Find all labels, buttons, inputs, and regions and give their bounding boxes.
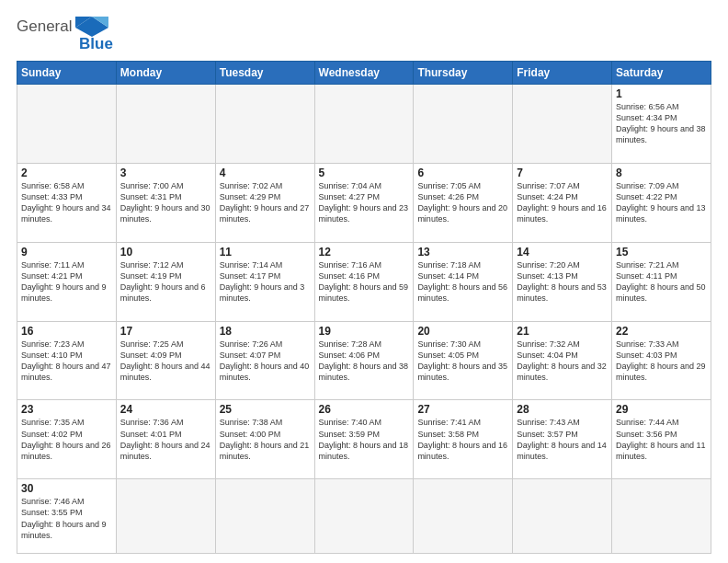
day-number: 7: [517, 167, 608, 179]
col-header-friday: Friday: [513, 62, 612, 85]
calendar-header-row: SundayMondayTuesdayWednesdayThursdayFrid…: [17, 62, 711, 85]
day-info: Sunrise: 7:09 AM Sunset: 4:22 PM Dayligh…: [616, 180, 707, 225]
calendar-cell: 3Sunrise: 7:00 AM Sunset: 4:31 PM Daylig…: [116, 163, 215, 242]
calendar-cell: 24Sunrise: 7:36 AM Sunset: 4:01 PM Dayli…: [116, 400, 215, 479]
logo-general-text: General: [17, 17, 72, 36]
calendar-cell: 14Sunrise: 7:20 AM Sunset: 4:13 PM Dayli…: [513, 242, 612, 321]
calendar-cell: [215, 85, 314, 164]
calendar-cell: 16Sunrise: 7:23 AM Sunset: 4:10 PM Dayli…: [17, 321, 117, 400]
day-info: Sunrise: 7:12 AM Sunset: 4:19 PM Dayligh…: [120, 259, 211, 304]
day-info: Sunrise: 7:05 AM Sunset: 4:26 PM Dayligh…: [417, 180, 508, 225]
calendar-cell: [116, 479, 215, 554]
day-info: Sunrise: 7:30 AM Sunset: 4:05 PM Dayligh…: [417, 339, 508, 384]
day-number: 16: [21, 325, 112, 338]
calendar-cell: 8Sunrise: 7:09 AM Sunset: 4:22 PM Daylig…: [612, 163, 711, 242]
calendar-cell: [513, 479, 612, 554]
calendar-cell: 7Sunrise: 7:07 AM Sunset: 4:24 PM Daylig…: [513, 163, 612, 242]
day-number: 17: [120, 325, 211, 338]
day-info: Sunrise: 7:44 AM Sunset: 3:56 PM Dayligh…: [616, 417, 707, 462]
col-header-thursday: Thursday: [414, 62, 513, 85]
day-info: Sunrise: 7:36 AM Sunset: 4:01 PM Dayligh…: [120, 417, 211, 462]
day-info: Sunrise: 7:25 AM Sunset: 4:09 PM Dayligh…: [120, 339, 211, 384]
calendar-cell: 30Sunrise: 7:46 AM Sunset: 3:55 PM Dayli…: [17, 479, 117, 554]
col-header-saturday: Saturday: [612, 62, 711, 85]
day-info: Sunrise: 7:26 AM Sunset: 4:07 PM Dayligh…: [220, 339, 311, 384]
calendar-cell: 15Sunrise: 7:21 AM Sunset: 4:11 PM Dayli…: [612, 242, 711, 321]
calendar-cell: 29Sunrise: 7:44 AM Sunset: 3:56 PM Dayli…: [612, 400, 711, 479]
col-header-sunday: Sunday: [17, 62, 117, 85]
calendar-cell: 4Sunrise: 7:02 AM Sunset: 4:29 PM Daylig…: [215, 163, 314, 242]
calendar-cell: [612, 479, 711, 554]
day-number: 21: [517, 325, 608, 338]
day-number: 20: [417, 325, 508, 338]
day-info: Sunrise: 7:00 AM Sunset: 4:31 PM Dayligh…: [120, 180, 211, 225]
col-header-tuesday: Tuesday: [215, 62, 314, 85]
calendar-cell: 25Sunrise: 7:38 AM Sunset: 4:00 PM Dayli…: [215, 400, 314, 479]
calendar-cell: 10Sunrise: 7:12 AM Sunset: 4:19 PM Dayli…: [116, 242, 215, 321]
col-header-monday: Monday: [116, 62, 215, 85]
day-number: 13: [417, 246, 508, 259]
day-number: 3: [120, 167, 211, 179]
day-info: Sunrise: 7:16 AM Sunset: 4:16 PM Dayligh…: [319, 259, 410, 304]
day-info: Sunrise: 7:02 AM Sunset: 4:29 PM Dayligh…: [220, 180, 311, 225]
calendar-cell: [215, 479, 314, 554]
calendar-cell: [414, 479, 513, 554]
calendar-cell: [513, 85, 612, 164]
day-info: Sunrise: 7:40 AM Sunset: 3:59 PM Dayligh…: [319, 417, 410, 462]
day-number: 2: [21, 167, 112, 179]
day-info: Sunrise: 7:35 AM Sunset: 4:02 PM Dayligh…: [21, 417, 112, 462]
calendar-cell: 20Sunrise: 7:30 AM Sunset: 4:05 PM Dayli…: [414, 321, 513, 400]
calendar-cell: 12Sunrise: 7:16 AM Sunset: 4:16 PM Dayli…: [314, 242, 414, 321]
day-info: Sunrise: 7:04 AM Sunset: 4:27 PM Dayligh…: [319, 180, 410, 225]
day-number: 19: [319, 325, 410, 338]
day-number: 14: [517, 246, 608, 259]
day-number: 30: [21, 482, 112, 495]
day-info: Sunrise: 7:21 AM Sunset: 4:11 PM Dayligh…: [616, 259, 707, 304]
day-number: 8: [616, 167, 707, 179]
calendar-cell: [314, 479, 414, 554]
day-number: 12: [319, 246, 410, 259]
day-info: Sunrise: 7:33 AM Sunset: 4:03 PM Dayligh…: [616, 339, 707, 384]
calendar-cell: 17Sunrise: 7:25 AM Sunset: 4:09 PM Dayli…: [116, 321, 215, 400]
day-info: Sunrise: 7:14 AM Sunset: 4:17 PM Dayligh…: [220, 259, 311, 304]
day-number: 25: [220, 403, 311, 416]
calendar-cell: 27Sunrise: 7:41 AM Sunset: 3:58 PM Dayli…: [414, 400, 513, 479]
day-number: 27: [417, 403, 508, 416]
day-info: Sunrise: 7:18 AM Sunset: 4:14 PM Dayligh…: [417, 259, 508, 304]
day-info: Sunrise: 7:41 AM Sunset: 3:58 PM Dayligh…: [417, 417, 508, 462]
calendar-cell: 5Sunrise: 7:04 AM Sunset: 4:27 PM Daylig…: [314, 163, 414, 242]
calendar-table: SundayMondayTuesdayWednesdayThursdayFrid…: [17, 61, 711, 554]
day-number: 6: [417, 167, 508, 179]
day-number: 22: [616, 325, 707, 338]
calendar-cell: 28Sunrise: 7:43 AM Sunset: 3:57 PM Dayli…: [513, 400, 612, 479]
day-number: 4: [220, 167, 311, 179]
calendar-cell: 22Sunrise: 7:33 AM Sunset: 4:03 PM Dayli…: [612, 321, 711, 400]
day-number: 1: [616, 87, 707, 100]
day-info: Sunrise: 7:32 AM Sunset: 4:04 PM Dayligh…: [517, 339, 608, 384]
calendar-cell: 23Sunrise: 7:35 AM Sunset: 4:02 PM Dayli…: [17, 400, 117, 479]
day-number: 10: [120, 246, 211, 259]
calendar-cell: 21Sunrise: 7:32 AM Sunset: 4:04 PM Dayli…: [513, 321, 612, 400]
day-info: Sunrise: 7:11 AM Sunset: 4:21 PM Dayligh…: [21, 259, 112, 304]
day-number: 23: [21, 403, 112, 416]
day-info: Sunrise: 7:20 AM Sunset: 4:13 PM Dayligh…: [517, 259, 608, 304]
logo-blue-text: Blue: [79, 35, 113, 52]
day-number: 29: [616, 403, 707, 416]
page: General Blue SundayMondayTuesdayWednesda…: [0, 0, 728, 563]
day-info: Sunrise: 7:46 AM Sunset: 3:55 PM Dayligh…: [21, 496, 112, 541]
col-header-wednesday: Wednesday: [314, 62, 414, 85]
calendar-cell: 6Sunrise: 7:05 AM Sunset: 4:26 PM Daylig…: [414, 163, 513, 242]
day-number: 18: [220, 325, 311, 338]
day-info: Sunrise: 7:07 AM Sunset: 4:24 PM Dayligh…: [517, 180, 608, 225]
calendar-cell: 19Sunrise: 7:28 AM Sunset: 4:06 PM Dayli…: [314, 321, 414, 400]
calendar-cell: 1Sunrise: 6:56 AM Sunset: 4:34 PM Daylig…: [612, 85, 711, 164]
day-number: 24: [120, 403, 211, 416]
day-info: Sunrise: 7:28 AM Sunset: 4:06 PM Dayligh…: [319, 339, 410, 384]
calendar-cell: 18Sunrise: 7:26 AM Sunset: 4:07 PM Dayli…: [215, 321, 314, 400]
day-number: 28: [517, 403, 608, 416]
header: General Blue: [17, 15, 711, 53]
day-info: Sunrise: 7:38 AM Sunset: 4:00 PM Dayligh…: [220, 417, 311, 462]
day-number: 11: [220, 246, 311, 259]
day-info: Sunrise: 6:56 AM Sunset: 4:34 PM Dayligh…: [616, 101, 707, 146]
day-info: Sunrise: 6:58 AM Sunset: 4:33 PM Dayligh…: [21, 180, 112, 225]
